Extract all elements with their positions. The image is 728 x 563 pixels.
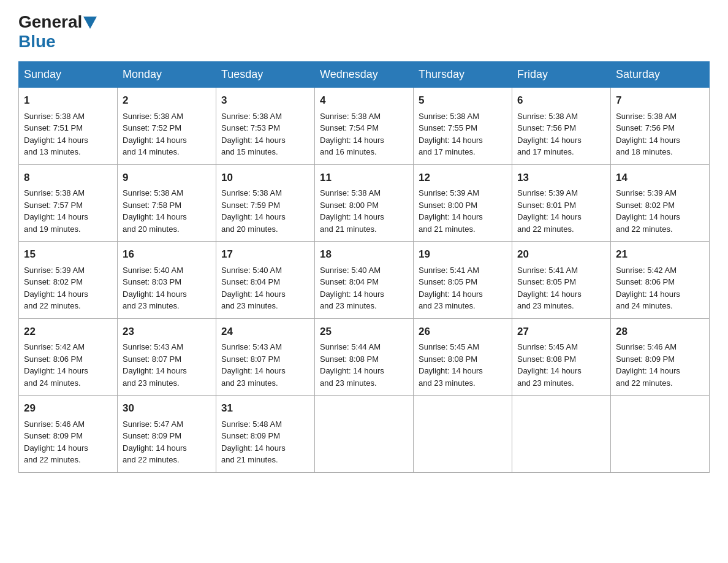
- logo-arrow-icon: [83, 17, 97, 29]
- day-info: Sunrise: 5:38 AMSunset: 7:57 PMDaylight:…: [24, 188, 88, 234]
- day-info: Sunrise: 5:47 AMSunset: 8:09 PMDaylight:…: [123, 419, 187, 465]
- calendar-cell: [315, 396, 414, 473]
- day-number: 15: [24, 247, 112, 262]
- logo-blue-text: Blue: [18, 32, 56, 51]
- calendar-cell: [611, 396, 710, 473]
- day-info: Sunrise: 5:38 AMSunset: 7:59 PMDaylight:…: [221, 188, 286, 234]
- day-number: 10: [221, 170, 309, 186]
- day-info: Sunrise: 5:38 AMSunset: 8:00 PMDaylight:…: [320, 188, 384, 234]
- day-info: Sunrise: 5:42 AMSunset: 8:06 PMDaylight:…: [616, 266, 680, 311]
- day-info: Sunrise: 5:39 AMSunset: 8:02 PMDaylight:…: [24, 266, 88, 311]
- day-info: Sunrise: 5:43 AMSunset: 8:07 PMDaylight:…: [123, 342, 187, 388]
- day-info: Sunrise: 5:38 AMSunset: 7:54 PMDaylight:…: [320, 112, 384, 157]
- calendar-cell: 10 Sunrise: 5:38 AMSunset: 7:59 PMDaylig…: [216, 164, 315, 242]
- calendar-cell: 16 Sunrise: 5:40 AMSunset: 8:03 PMDaylig…: [118, 242, 216, 319]
- day-number: 21: [616, 247, 704, 262]
- day-info: Sunrise: 5:38 AMSunset: 7:58 PMDaylight:…: [123, 188, 187, 234]
- day-info: Sunrise: 5:48 AMSunset: 8:09 PMDaylight:…: [221, 419, 286, 465]
- calendar-cell: 29 Sunrise: 5:46 AMSunset: 8:09 PMDaylig…: [19, 396, 118, 473]
- day-number: 4: [320, 93, 408, 109]
- calendar-table: SundayMondayTuesdayWednesdayThursdayFrid…: [18, 61, 710, 473]
- day-number: 8: [24, 170, 112, 186]
- day-info: Sunrise: 5:40 AMSunset: 8:04 PMDaylight:…: [320, 266, 384, 311]
- day-info: Sunrise: 5:39 AMSunset: 8:01 PMDaylight:…: [517, 188, 582, 234]
- day-number: 18: [320, 247, 408, 262]
- weekday-header-wednesday: Wednesday: [315, 62, 414, 88]
- calendar-week-row: 1 Sunrise: 5:38 AMSunset: 7:51 PMDayligh…: [19, 88, 710, 165]
- calendar-cell: 12 Sunrise: 5:39 AMSunset: 8:00 PMDaylig…: [414, 164, 512, 242]
- calendar-cell: 19 Sunrise: 5:41 AMSunset: 8:05 PMDaylig…: [414, 242, 512, 319]
- day-info: Sunrise: 5:38 AMSunset: 7:51 PMDaylight:…: [24, 112, 88, 157]
- logo: General Blue: [18, 12, 97, 52]
- calendar-cell: [414, 396, 512, 473]
- day-number: 29: [24, 400, 112, 416]
- calendar-cell: 26 Sunrise: 5:45 AMSunset: 8:08 PMDaylig…: [414, 318, 512, 396]
- weekday-header-sunday: Sunday: [19, 62, 118, 88]
- day-number: 23: [123, 324, 211, 340]
- day-info: Sunrise: 5:46 AMSunset: 8:09 PMDaylight:…: [616, 342, 680, 388]
- calendar-cell: 3 Sunrise: 5:38 AMSunset: 7:53 PMDayligh…: [216, 88, 315, 165]
- day-number: 17: [221, 247, 309, 262]
- calendar-cell: 4 Sunrise: 5:38 AMSunset: 7:54 PMDayligh…: [315, 88, 414, 165]
- calendar-cell: 7 Sunrise: 5:38 AMSunset: 7:56 PMDayligh…: [611, 88, 710, 165]
- day-info: Sunrise: 5:43 AMSunset: 8:07 PMDaylight:…: [221, 342, 286, 388]
- weekday-header-saturday: Saturday: [611, 62, 710, 88]
- day-number: 20: [517, 247, 605, 262]
- day-info: Sunrise: 5:38 AMSunset: 7:56 PMDaylight:…: [517, 112, 582, 157]
- calendar-cell: 20 Sunrise: 5:41 AMSunset: 8:05 PMDaylig…: [512, 242, 611, 319]
- day-info: Sunrise: 5:42 AMSunset: 8:06 PMDaylight:…: [24, 342, 88, 388]
- calendar-cell: 25 Sunrise: 5:44 AMSunset: 8:08 PMDaylig…: [315, 318, 414, 396]
- calendar-week-row: 22 Sunrise: 5:42 AMSunset: 8:06 PMDaylig…: [19, 318, 710, 396]
- weekday-header-tuesday: Tuesday: [216, 62, 315, 88]
- calendar-cell: 5 Sunrise: 5:38 AMSunset: 7:55 PMDayligh…: [414, 88, 512, 165]
- day-number: 2: [123, 93, 211, 109]
- day-number: 25: [320, 324, 408, 340]
- calendar-cell: 2 Sunrise: 5:38 AMSunset: 7:52 PMDayligh…: [118, 88, 216, 165]
- calendar-cell: 13 Sunrise: 5:39 AMSunset: 8:01 PMDaylig…: [512, 164, 611, 242]
- calendar-cell: 30 Sunrise: 5:47 AMSunset: 8:09 PMDaylig…: [118, 396, 216, 473]
- calendar-cell: [512, 396, 611, 473]
- calendar-cell: 8 Sunrise: 5:38 AMSunset: 7:57 PMDayligh…: [19, 164, 118, 242]
- day-number: 22: [24, 324, 112, 340]
- day-number: 13: [517, 170, 605, 186]
- calendar-cell: 11 Sunrise: 5:38 AMSunset: 8:00 PMDaylig…: [315, 164, 414, 242]
- weekday-header-row: SundayMondayTuesdayWednesdayThursdayFrid…: [19, 62, 710, 88]
- day-number: 28: [616, 324, 704, 340]
- day-number: 30: [123, 400, 211, 416]
- calendar-week-row: 15 Sunrise: 5:39 AMSunset: 8:02 PMDaylig…: [19, 242, 710, 319]
- day-info: Sunrise: 5:40 AMSunset: 8:03 PMDaylight:…: [123, 266, 187, 311]
- day-number: 11: [320, 170, 408, 186]
- day-number: 1: [24, 93, 112, 109]
- calendar-cell: 22 Sunrise: 5:42 AMSunset: 8:06 PMDaylig…: [19, 318, 118, 396]
- calendar-cell: 9 Sunrise: 5:38 AMSunset: 7:58 PMDayligh…: [118, 164, 216, 242]
- day-number: 24: [221, 324, 309, 340]
- day-number: 26: [419, 324, 507, 340]
- day-number: 31: [221, 400, 309, 416]
- calendar-cell: 15 Sunrise: 5:39 AMSunset: 8:02 PMDaylig…: [19, 242, 118, 319]
- calendar-cell: 1 Sunrise: 5:38 AMSunset: 7:51 PMDayligh…: [19, 88, 118, 165]
- calendar-cell: 23 Sunrise: 5:43 AMSunset: 8:07 PMDaylig…: [118, 318, 216, 396]
- day-info: Sunrise: 5:38 AMSunset: 7:53 PMDaylight:…: [221, 112, 286, 157]
- weekday-header-thursday: Thursday: [414, 62, 512, 88]
- calendar-cell: 27 Sunrise: 5:45 AMSunset: 8:08 PMDaylig…: [512, 318, 611, 396]
- day-info: Sunrise: 5:45 AMSunset: 8:08 PMDaylight:…: [517, 342, 582, 388]
- calendar-cell: 28 Sunrise: 5:46 AMSunset: 8:09 PMDaylig…: [611, 318, 710, 396]
- calendar-cell: 31 Sunrise: 5:48 AMSunset: 8:09 PMDaylig…: [216, 396, 315, 473]
- day-number: 7: [616, 93, 704, 109]
- page-header: General Blue: [18, 12, 710, 52]
- day-number: 5: [419, 93, 507, 109]
- day-info: Sunrise: 5:38 AMSunset: 7:52 PMDaylight:…: [123, 112, 187, 157]
- day-number: 3: [221, 93, 309, 109]
- calendar-cell: 17 Sunrise: 5:40 AMSunset: 8:04 PMDaylig…: [216, 242, 315, 319]
- day-info: Sunrise: 5:38 AMSunset: 7:55 PMDaylight:…: [419, 112, 483, 157]
- logo-general-text: General: [18, 12, 82, 32]
- day-number: 14: [616, 170, 704, 186]
- weekday-header-friday: Friday: [512, 62, 611, 88]
- calendar-cell: 18 Sunrise: 5:40 AMSunset: 8:04 PMDaylig…: [315, 242, 414, 319]
- day-number: 6: [517, 93, 605, 109]
- day-info: Sunrise: 5:46 AMSunset: 8:09 PMDaylight:…: [24, 419, 88, 465]
- day-number: 12: [419, 170, 507, 186]
- day-info: Sunrise: 5:40 AMSunset: 8:04 PMDaylight:…: [221, 266, 286, 311]
- day-info: Sunrise: 5:41 AMSunset: 8:05 PMDaylight:…: [419, 266, 483, 311]
- svg-marker-0: [83, 17, 97, 29]
